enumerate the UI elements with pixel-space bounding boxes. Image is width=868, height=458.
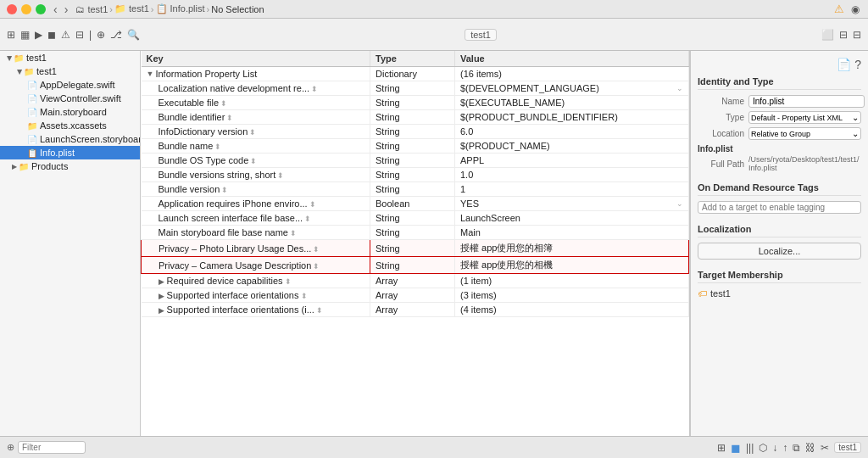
key-cell: Bundle OS Type code⬍ [142,154,370,168]
sidebar-item-test1-child[interactable]: ▶ 📁 test1 [0,64,140,78]
value-cell: (3 items) [455,288,689,303]
breadcrumb-sep-2: › [151,4,154,14]
stepper-icon[interactable]: ⬍ [304,215,311,223]
dropdown-arrow[interactable]: ⌄ [676,84,683,92]
stepper-icon[interactable]: ⬍ [220,99,227,108]
sidebar-item-viewcontroller[interactable]: 📄 ViewController.swift [0,92,140,105]
fullpath-row: Full Path /Users/ryota/Desktop/test1/tes… [698,155,861,172]
sidebar-label-mainstoryboard: Main.storyboard [40,107,107,117]
col-type: Type [370,51,455,67]
stepper-icon[interactable]: ⬍ [311,85,318,93]
table-row[interactable]: InfoDictionary version⬍ String 6.0 [142,125,689,139]
breadcrumb-item-3[interactable]: 📋 Info.plist [156,3,205,14]
stepper-icon[interactable]: ⬍ [313,245,320,254]
toolbar-search-icon: 🔍 [127,29,140,41]
bottom-bar-icon[interactable]: ||| [746,442,754,454]
value-cell: 6.0 [455,125,689,139]
nav-arrows: ‹ › [51,3,70,16]
name-label: Name [698,97,744,106]
stepper-icon[interactable]: ⬍ [250,157,257,165]
stepper-icon[interactable]: ⬍ [285,277,292,286]
type-cell: String [370,96,455,110]
sidebar-label-assets: Assets.xcassets [40,120,107,131]
breadcrumb-item-1[interactable]: 🗂 test1 [75,4,108,14]
sidebar-item-infoplist[interactable]: 📋 Info.plist [0,146,140,159]
key-cell: ▶ Supported interface orientations⬍ [142,288,370,303]
bottom-scheme-icon[interactable]: ◼ [731,441,741,455]
stepper-icon[interactable]: ⬍ [313,262,320,271]
identity-section: Identity and Type Name Type Default - Pr… [698,76,861,172]
stepper-icon[interactable]: ⬍ [290,229,297,237]
table-row[interactable]: ▶ Supported interface orientations (i...… [142,303,689,317]
toolbar-grid-icon: ⊞ [7,29,15,41]
location-select[interactable]: Relative to Group ⌄ [748,127,861,140]
dropdown-arrow2[interactable]: ⌄ [676,199,683,208]
table-row[interactable]: ▼ Information Property List Dictionary (… [142,67,689,81]
breadcrumb-item-2[interactable]: 📁 test1 [114,3,149,14]
panel-help-button[interactable]: ? [854,58,861,71]
stepper-icon[interactable]: ⬍ [221,186,228,194]
key-cell-privacy-photo: Privacy – Photo Library Usage Des...⬍ [142,240,370,257]
expand-icon[interactable]: ▼ [147,70,154,78]
expand-icon-orient2[interactable]: ▶ [159,306,164,315]
table-row[interactable]: Bundle versions string, short⬍ String 1.… [142,168,689,182]
minimize-button[interactable] [21,4,31,14]
maximize-button[interactable] [36,4,46,14]
name-input[interactable] [748,95,865,108]
table-row[interactable]: Bundle OS Type code⬍ String APPL [142,154,689,168]
value-cell: 1 [455,182,689,197]
stepper-icon[interactable]: ⬍ [309,200,316,209]
expand-icon-req[interactable]: ▶ [159,277,164,286]
stepper-icon[interactable]: ⬍ [214,142,221,151]
bottom-link-icon[interactable]: ⛓ [805,442,815,454]
bottom-grid-icon[interactable]: ⊞ [717,442,726,454]
table-row[interactable]: Localization native development re...⬍ S… [142,81,689,96]
expand-icon-orient[interactable]: ▶ [159,292,164,300]
table-row[interactable]: Executable file⬍ String $(EXECUTABLE_NAM… [142,96,689,110]
stepper-icon[interactable]: ⬍ [277,171,284,180]
table-row[interactable]: Main storyboard file base name⬍ String M… [142,226,689,240]
breadcrumb-sep-1: › [109,4,113,14]
table-row[interactable]: ▶ Required device capabilities⬍ Array (1… [142,274,689,288]
scheme-selector[interactable]: test1 [465,29,497,41]
bottom-diamond-icon[interactable]: ⬡ [759,442,767,454]
sidebar-label-products: Products [31,161,68,171]
bottom-up-icon[interactable]: ↑ [782,442,787,454]
bottom-copy-icon[interactable]: ⧉ [793,442,800,454]
type-select[interactable]: Default - Property List XML ⌄ [748,111,861,124]
stepper-icon[interactable]: ⬍ [301,292,308,300]
sidebar-item-assets[interactable]: 📁 Assets.xcassets [0,119,140,132]
type-cell: Boolean [370,197,455,211]
bottom-scheme-label[interactable]: test1 [834,442,861,453]
sidebar-item-launchscreen[interactable]: 📄 LaunchScreen.storyboard [0,132,140,146]
panel-doc-button[interactable]: 📄 [837,58,851,71]
sidebar-item-test1-root[interactable]: ▶ 📁 test1 [0,51,140,64]
stepper-icon[interactable]: ⬍ [316,306,323,315]
bottom-down-icon[interactable]: ↓ [772,442,777,454]
table-row[interactable]: Bundle name⬍ String $(PRODUCT_NAME) [142,139,689,154]
stepper-icon[interactable]: ⬍ [226,114,233,122]
sidebar-item-products[interactable]: ▶ 📁 Products [0,159,140,173]
target-icon: 🏷 [698,288,707,299]
table-row[interactable]: ▶ Supported interface orientations⬍ Arra… [142,288,689,303]
close-button[interactable] [7,4,17,14]
sidebar-item-appdelegate[interactable]: 📄 AppDelegate.swift [0,78,140,92]
value-cell: LaunchScreen [455,211,689,226]
back-button[interactable]: ‹ [51,3,60,16]
toolbar-layout-icon: ▦ [20,29,30,41]
table-row-privacy-camera[interactable]: Privacy – Camera Usage Description⬍ Stri… [142,257,689,274]
table-row[interactable]: Bundle version⬍ String 1 [142,182,689,197]
table-row[interactable]: Bundle identifier⬍ String $(PRODUCT_BUND… [142,110,689,125]
bottom-cut-icon[interactable]: ✂ [821,442,829,454]
settings-button[interactable]: ◉ [849,3,861,15]
table-row[interactable]: Launch screen interface file base...⬍ St… [142,211,689,226]
forward-button[interactable]: › [62,3,71,16]
target-section: Target Membership 🏷 test1 [698,270,861,299]
localize-button[interactable]: Localize... [698,243,861,260]
on-demand-input[interactable] [698,201,861,214]
filter-input[interactable] [18,441,86,454]
table-row-privacy-photo[interactable]: Privacy – Photo Library Usage Des...⬍ St… [142,240,689,257]
stepper-icon[interactable]: ⬍ [249,128,256,137]
table-row[interactable]: Application requires iPhone enviro...⬍ B… [142,197,689,211]
sidebar-item-mainstoryboard[interactable]: 📄 Main.storyboard [0,105,140,119]
